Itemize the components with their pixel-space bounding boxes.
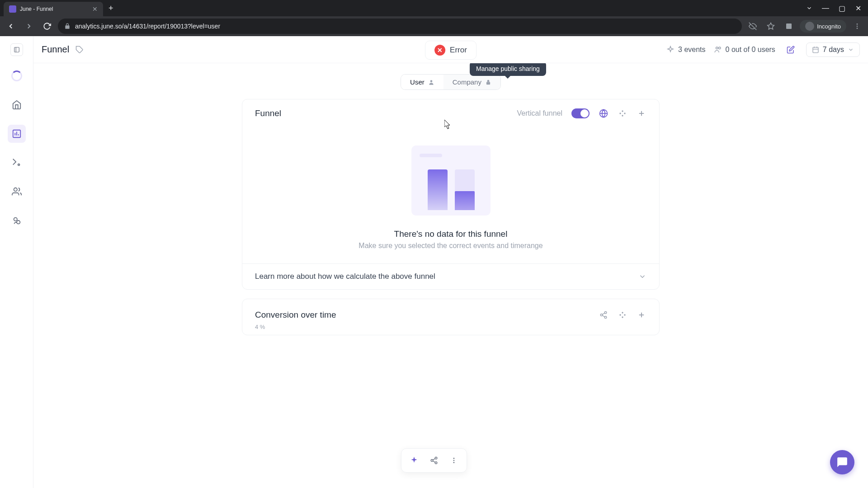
error-pill[interactable]: ✕ Error <box>425 41 476 60</box>
svg-point-32 <box>604 312 607 314</box>
svg-rect-27 <box>622 110 623 112</box>
svg-point-44 <box>431 460 433 462</box>
svg-point-45 <box>435 462 437 464</box>
floating-toolbar <box>401 448 467 473</box>
empty-title: There's no data for this funnel <box>394 229 508 239</box>
slack-icon[interactable] <box>618 310 627 320</box>
svg-rect-37 <box>619 314 621 315</box>
svg-point-33 <box>600 314 603 316</box>
empty-state: There's no data for this funnel Make sur… <box>242 127 659 263</box>
sparkle-icon <box>666 46 675 54</box>
svg-line-46 <box>433 461 435 462</box>
favicon <box>9 5 16 13</box>
app-root: Funnel ✕ Error 3 events 0 out of 0 users <box>0 36 868 488</box>
close-window-button[interactable]: ✕ <box>852 2 864 14</box>
error-icon: ✕ <box>434 45 445 56</box>
empty-illustration <box>411 145 491 216</box>
events-count[interactable]: 3 events <box>666 46 705 54</box>
segment-company[interactable]: Company <box>443 75 500 89</box>
chevron-down-icon <box>638 272 646 281</box>
funnel-card: Funnel Vertical funnel <box>242 99 660 290</box>
svg-point-43 <box>435 457 437 460</box>
more-button[interactable] <box>446 452 462 469</box>
slack-icon[interactable] <box>618 108 627 118</box>
address-bar: analytics.june.so/a/14631/report/190013?… <box>0 16 868 36</box>
content: Funnel ✕ Error 3 events 0 out of 0 users <box>33 36 868 488</box>
users-icon <box>714 46 722 54</box>
topbar: Funnel ✕ Error 3 events 0 out of 0 users <box>33 36 868 63</box>
svg-rect-29 <box>622 115 623 116</box>
close-tab-icon[interactable]: ✕ <box>92 5 98 13</box>
svg-rect-39 <box>624 314 625 315</box>
svg-rect-38 <box>622 312 623 313</box>
sidebar <box>0 36 33 488</box>
svg-point-49 <box>453 460 455 461</box>
svg-rect-28 <box>624 113 625 114</box>
empty-subtitle: Make sure you selected the correct event… <box>359 242 542 250</box>
incognito-label: Incognito <box>817 23 841 30</box>
spinner-icon <box>11 70 22 81</box>
chat-icon <box>836 456 848 468</box>
svg-point-14 <box>14 218 17 221</box>
browser-menu-icon[interactable] <box>850 19 864 33</box>
svg-point-34 <box>604 316 607 319</box>
date-range-picker[interactable]: 7 days <box>806 42 860 57</box>
cot-title: Conversion over time <box>255 310 336 320</box>
error-label: Error <box>450 46 467 55</box>
intercom-chat-button[interactable] <box>830 450 854 474</box>
learn-more-row[interactable]: Learn more about how we calculate the ab… <box>242 263 659 289</box>
main-scroll[interactable]: User Company Manage public sharing Funne… <box>33 63 868 488</box>
browser-tab[interactable]: June - Funnel ✕ <box>4 2 103 16</box>
edit-button[interactable] <box>783 42 798 57</box>
svg-point-13 <box>14 188 17 191</box>
svg-point-16 <box>716 47 718 49</box>
back-button[interactable] <box>4 19 18 33</box>
svg-point-15 <box>17 221 20 224</box>
sidebar-item-reports[interactable] <box>8 125 26 143</box>
incognito-icon <box>805 22 814 31</box>
sidebar-item-users[interactable] <box>8 183 26 201</box>
incognito-badge[interactable]: Incognito <box>800 20 846 33</box>
ai-sparkle-button[interactable] <box>406 452 422 469</box>
sidebar-item-home[interactable] <box>8 96 26 114</box>
lock-icon <box>64 23 71 29</box>
svg-rect-26 <box>619 113 621 114</box>
browser-chrome: June - Funnel ✕ + — ▢ ✕ analytics.june.s… <box>0 0 868 36</box>
svg-point-12 <box>18 164 19 166</box>
window-controls: — ▢ ✕ <box>803 2 864 14</box>
bookmark-star-icon[interactable] <box>764 19 778 33</box>
svg-point-22 <box>430 80 432 82</box>
svg-point-4 <box>857 26 858 27</box>
sidebar-collapse-button[interactable] <box>10 43 23 56</box>
maximize-button[interactable]: ▢ <box>835 2 848 14</box>
svg-point-17 <box>718 47 721 49</box>
svg-rect-18 <box>813 47 818 52</box>
new-tab-button[interactable]: + <box>108 4 113 13</box>
url-field[interactable]: analytics.june.so/a/14631/report/190013?… <box>58 19 742 34</box>
tab-dropdown-icon[interactable] <box>803 2 816 14</box>
eye-off-icon[interactable] <box>745 19 760 33</box>
add-icon[interactable] <box>637 310 646 320</box>
share-button[interactable] <box>426 452 442 469</box>
users-count[interactable]: 0 out of 0 users <box>714 46 775 54</box>
add-icon[interactable] <box>637 108 646 118</box>
chevron-down-icon <box>848 47 854 53</box>
tag-icon[interactable] <box>75 46 84 54</box>
svg-rect-40 <box>622 316 623 318</box>
vertical-funnel-label: Vertical funnel <box>517 109 562 117</box>
globe-icon[interactable] <box>599 108 609 118</box>
extensions-icon[interactable] <box>782 19 796 33</box>
vertical-funnel-toggle[interactable] <box>571 108 590 118</box>
minimize-button[interactable]: — <box>819 2 832 14</box>
sidebar-item-events[interactable] <box>8 154 26 172</box>
svg-point-50 <box>453 462 455 463</box>
forward-button[interactable] <box>22 19 36 33</box>
segment-user[interactable]: User <box>401 75 443 89</box>
tab-bar: June - Funnel ✕ + — ▢ ✕ <box>0 0 868 16</box>
reload-button[interactable] <box>40 19 54 33</box>
svg-marker-1 <box>768 23 774 29</box>
sidebar-item-loading[interactable] <box>8 67 26 85</box>
sidebar-item-companies[interactable] <box>8 211 26 230</box>
svg-rect-23 <box>486 82 490 84</box>
share-icon[interactable] <box>599 310 609 320</box>
